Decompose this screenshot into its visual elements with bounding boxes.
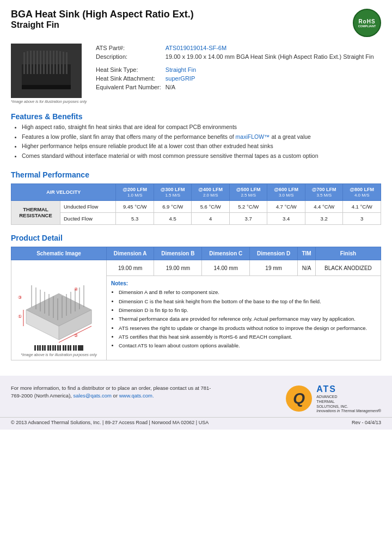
svg-text:③: ③: [18, 295, 22, 300]
ducted-val-0: 5.3: [116, 212, 154, 224]
svg-rect-42: [44, 345, 44, 351]
unducted-val-5: 4.4 °C/W: [305, 200, 343, 212]
dim-a: 19.00 mm: [107, 260, 154, 276]
note-item: Dimension D is fin tip to fin tip.: [119, 307, 376, 314]
ducted-val-1: 4.5: [154, 212, 192, 224]
note-item: Thermal performance data are provided fo…: [119, 315, 376, 322]
schematic-caption: *Image above is for illustration purpose…: [15, 353, 103, 357]
copyright: © 2013 Advanced Thermal Solutions, Inc. …: [11, 420, 209, 425]
svg-text:①: ①: [18, 314, 22, 319]
svg-rect-12: [59, 51, 61, 74]
page: BGA Heat Sink (High Aspect Ratio Ext.) S…: [0, 0, 392, 551]
thermal-title: Thermal Performance: [0, 166, 392, 181]
dim-b: 19.00 mm: [154, 260, 202, 276]
col-dim-d: Dimension D: [250, 247, 298, 260]
ducted-val-5: 3.2: [305, 212, 343, 224]
svg-rect-15: [22, 85, 71, 89]
feature-item: Higher performance helps ensure reliable…: [22, 142, 381, 150]
svg-rect-5: [36, 51, 38, 74]
page-num: Rev - 04/4/13: [352, 420, 381, 425]
equiv-label: Equivalent Part Number:: [96, 83, 166, 91]
col-schematic: Schematic Image: [11, 247, 107, 260]
unducted-val-3: 5.2 °C/W: [229, 200, 267, 212]
ducted-val-4: 3.4: [267, 212, 305, 224]
col-500: @500 LFM2.5 M/S: [229, 183, 267, 200]
equiv-value: N/A: [166, 83, 378, 91]
unducted-label: Unducted Flow: [60, 200, 116, 212]
svg-rect-11: [56, 51, 58, 74]
product-image-area: *Image above is for illustration purpose…: [11, 44, 87, 103]
svg-rect-9: [50, 51, 51, 74]
air-velocity-header: AIR VELOCITY: [11, 183, 116, 200]
product-detail-title: Product Detail: [0, 229, 392, 244]
footer-section: For more information, to find a distribu…: [0, 376, 392, 417]
col-finish: Finish: [315, 247, 381, 260]
features-title: Features & Benefits: [0, 108, 392, 123]
col-200: @200 LFM1.0 M/S: [116, 183, 154, 200]
product-detail-section: Schematic Image Dimension A Dimension B …: [0, 244, 392, 365]
attach-value[interactable]: superGRIP: [166, 75, 195, 82]
svg-rect-7: [43, 51, 45, 74]
svg-rect-55: [77, 345, 78, 351]
part-label: ATS Part#:: [96, 44, 166, 52]
title-line1: BGA Heat Sink (High Aspect Ratio Ext.): [11, 9, 194, 20]
product-image-box: [11, 44, 82, 98]
footer-website[interactable]: www.qats.com.: [119, 393, 154, 399]
ats-q-icon: Q: [286, 385, 312, 412]
type-label: Heat Sink Type:: [96, 65, 166, 74]
col-dim-c: Dimension C: [202, 247, 250, 260]
note-item: Dimension A and B refer to component siz…: [119, 289, 376, 296]
unducted-val-2: 5.6 °C/W: [192, 200, 230, 212]
svg-rect-44: [49, 345, 50, 351]
maxiflow-link[interactable]: maxiFLOW™: [236, 133, 270, 140]
svg-rect-46: [54, 345, 54, 351]
svg-rect-4: [33, 51, 35, 74]
note-item: Contact ATS to learn about custom option…: [119, 342, 376, 349]
svg-rect-40: [39, 345, 39, 351]
col-300: @300 LFM1.5 M/S: [154, 183, 192, 200]
part-value[interactable]: ATS019019014-SF-6M: [166, 45, 226, 51]
ducted-val-6: 3: [343, 212, 381, 224]
svg-rect-8: [46, 51, 48, 74]
footer-bottom: © 2013 Advanced Thermal Solutions, Inc. …: [0, 417, 392, 430]
finish-val: BLACK ANODIZED: [315, 260, 381, 276]
product-title: BGA Heat Sink (High Aspect Ratio Ext.) S…: [11, 9, 194, 30]
ducted-val-2: 4: [192, 212, 230, 224]
ats-logo: Q ATS ADVANCEDTHERMALSOLUTIONS, INC. Inn…: [286, 384, 381, 413]
svg-rect-14: [66, 52, 68, 74]
svg-rect-43: [46, 345, 47, 351]
product-info-section: *Image above is for illustration purpose…: [0, 41, 392, 108]
col-dim-b: Dimension B: [154, 247, 202, 260]
desc-label: Description:: [96, 52, 166, 61]
attach-label: Heat Sink Attachment:: [96, 74, 166, 83]
col-tim: TIM: [298, 247, 316, 260]
note-item: Dimension C is the heat sink height from…: [119, 298, 376, 305]
col-dim-a: Dimension A: [107, 247, 154, 260]
unducted-val-0: 9.45 °C/W: [116, 200, 154, 212]
type-value[interactable]: Straight Fin: [166, 66, 196, 73]
svg-rect-51: [66, 345, 68, 351]
svg-rect-53: [71, 345, 73, 351]
detail-table: Schematic Image Dimension A Dimension B …: [11, 247, 381, 360]
title-line2: Straight Fin: [11, 20, 194, 30]
ats-full-name: ADVANCEDTHERMALSOLUTIONS, INC.: [316, 394, 381, 409]
svg-rect-52: [69, 345, 70, 351]
performance-table: AIR VELOCITY @200 LFM1.0 M/S @300 LFM1.5…: [11, 183, 381, 225]
col-700: @700 LFM3.5 M/S: [305, 183, 343, 200]
svg-text:②: ②: [74, 333, 78, 338]
dim-c: 14.00 mm: [202, 260, 250, 276]
footer-email[interactable]: sales@qats.com: [74, 393, 112, 399]
unducted-val-6: 4.1 °C/W: [343, 200, 381, 212]
schematic-image-cell: ① ② ③ ④: [11, 260, 107, 360]
svg-rect-45: [51, 345, 52, 351]
thermal-performance-section: AIR VELOCITY @200 LFM1.0 M/S @300 LFM1.5…: [0, 181, 392, 229]
features-section: High aspect ratio, straight fin heat sin…: [0, 123, 392, 166]
rohs-compliant: COMPLIANT: [358, 25, 376, 28]
svg-rect-10: [53, 51, 54, 74]
desc-value: 19.00 x 19.00 x 14.00 mm BGA Heat Sink (…: [166, 52, 378, 61]
rohs-badge: RoHS COMPLIANT: [353, 9, 381, 37]
ducted-val-3: 3.7: [229, 212, 267, 224]
svg-rect-13: [63, 52, 64, 74]
ducted-label: Ducted Flow: [60, 212, 116, 224]
schematic-svg: ① ② ③ ④: [15, 264, 102, 351]
